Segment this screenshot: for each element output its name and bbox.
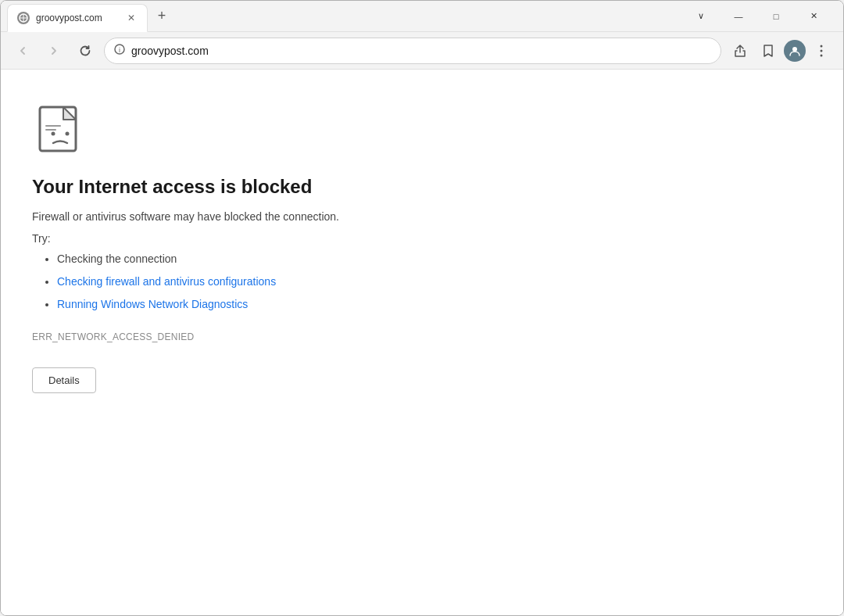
list-item: Running Windows Network Diagnostics	[57, 296, 812, 313]
toolbar: i groovypost.com	[1, 32, 843, 70]
address-bar[interactable]: i groovypost.com	[104, 38, 721, 64]
svg-text:i: i	[119, 46, 120, 54]
profile-button[interactable]	[784, 40, 806, 62]
svg-point-8	[821, 54, 823, 56]
tab-close-button[interactable]: ✕	[125, 12, 138, 24]
list-item: Checking firewall and antivirus configur…	[57, 274, 812, 290]
tab-title: groovypost.com	[36, 13, 119, 23]
error-subtitle: Firewall or antivirus software may have …	[32, 210, 812, 223]
suggestion-link-2[interactable]: Checking firewall and antivirus configur…	[57, 275, 276, 288]
details-button[interactable]: Details	[32, 367, 96, 393]
list-item: Checking the connection	[57, 251, 812, 267]
active-tab[interactable]: groovypost.com ✕	[7, 4, 148, 32]
forward-button[interactable]	[41, 38, 66, 63]
maximize-button[interactable]: □	[759, 5, 793, 28]
chevron-button[interactable]: ∨	[684, 5, 718, 28]
try-label: Try:	[32, 232, 812, 245]
bookmark-button[interactable]	[756, 38, 781, 63]
menu-button[interactable]	[809, 38, 834, 63]
error-title: Your Internet access is blocked	[32, 176, 812, 198]
suggestions-list: Checking the connectionChecking firewall…	[32, 251, 812, 313]
svg-point-11	[66, 132, 70, 136]
svg-point-10	[52, 132, 55, 136]
back-button[interactable]	[10, 38, 35, 63]
svg-point-5	[792, 47, 797, 52]
suggestion-text-1: Checking the connection	[57, 252, 177, 265]
close-button[interactable]: ✕	[796, 5, 831, 28]
suggestion-link-3[interactable]: Running Windows Network Diagnostics	[57, 298, 248, 310]
svg-point-6	[821, 45, 823, 47]
window-controls: ∨ — □ ✕	[684, 5, 837, 28]
new-tab-button[interactable]: +	[151, 5, 173, 27]
tab-favicon	[17, 12, 30, 24]
share-button[interactable]	[728, 38, 753, 63]
svg-point-7	[821, 49, 823, 52]
reload-button[interactable]	[73, 38, 98, 63]
error-code: ERR_NETWORK_ACCESS_DENIED	[32, 331, 812, 342]
tab-strip: groovypost.com ✕ +	[7, 1, 684, 31]
error-icon	[32, 101, 88, 157]
browser-window: groovypost.com ✕ + ∨ — □ ✕	[0, 0, 844, 616]
toolbar-actions	[728, 38, 834, 63]
address-text: groovypost.com	[131, 45, 711, 57]
minimize-button[interactable]: —	[721, 5, 756, 28]
page-content: Your Internet access is blocked Firewall…	[1, 70, 843, 615]
security-icon: i	[114, 44, 125, 57]
titlebar: groovypost.com ✕ + ∨ — □ ✕	[1, 1, 843, 32]
